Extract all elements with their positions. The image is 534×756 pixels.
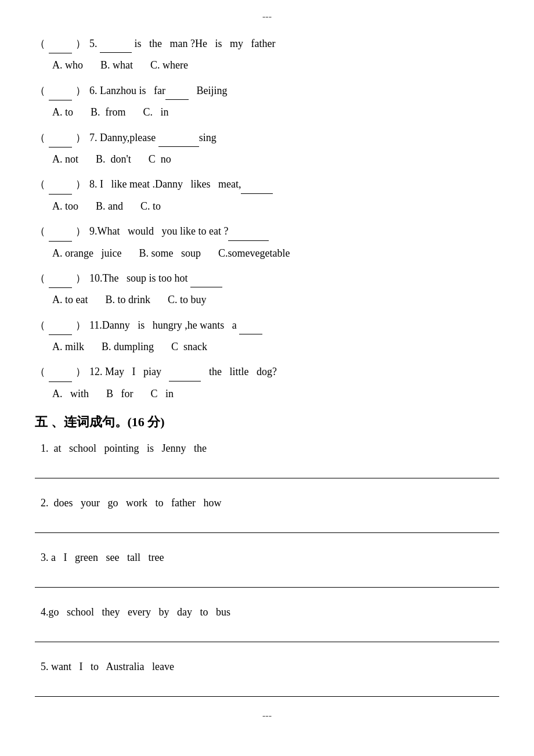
answer-blank-5 — [49, 34, 72, 53]
question-8: （ ） 8. I like meat .Danny likes meat, A.… — [35, 174, 499, 215]
question-10: （ ） 10.The soup is too hot A. to eat B. … — [35, 268, 499, 309]
options-5: A. who B. what C. where — [52, 56, 499, 74]
sentence-5: 5. want I to Australia leave — [35, 656, 499, 697]
sentence-1: 1. at school pointing is Jenny the — [35, 438, 499, 478]
sentence-4-words: 4.go school they every by day to bus — [41, 602, 499, 622]
answer-blank-12 — [49, 362, 72, 381]
question-6-line: （ ） 6. Lanzhou is far Beijing — [35, 81, 499, 100]
sentence-2-words: 2. does your go work to father how — [41, 492, 499, 513]
question-9: （ ） 9.What would you like to eat ? A. or… — [35, 221, 499, 262]
page-header: --- — [35, 12, 499, 22]
options-8: A. too B. and C. to — [52, 197, 499, 215]
answer-line-5 — [35, 681, 499, 697]
answer-blank-9 — [49, 222, 72, 241]
answer-line-4 — [35, 626, 499, 642]
question-12: （ ） 12. May I piay the little dog? A. wi… — [35, 362, 499, 403]
sentence-2: 2. does your go work to father how — [35, 492, 499, 533]
answer-blank-6 — [49, 81, 72, 100]
options-11: A. milk B. dumpling C snack — [52, 337, 499, 356]
sentence-1-words: 1. at school pointing is Jenny the — [41, 438, 499, 459]
answer-line-1 — [35, 462, 499, 478]
sentence-3: 3. a I green see tall tree — [35, 547, 499, 588]
options-6: A. to B. from C. in — [52, 103, 499, 121]
answer-line-3 — [35, 571, 499, 588]
question-7: （ ） 7. Danny,please sing A. not B. don't… — [35, 128, 499, 169]
options-7: A. not B. don't C no — [52, 150, 499, 168]
questions-section: （ ） 5. is the man ?He is my father A. wh… — [35, 34, 499, 403]
question-11-line: （ ） 11.Danny is hungry ,he wants a — [35, 315, 499, 335]
answer-blank-7 — [49, 128, 72, 147]
page-footer: --- — [35, 711, 499, 721]
section-five-title: 五 、连词成句。(16 分) — [35, 413, 499, 431]
options-9: A. orange juice B. some soup C.someveget… — [52, 244, 499, 262]
answer-blank-11 — [49, 316, 72, 335]
question-9-line: （ ） 9.What would you like to eat ? — [35, 221, 499, 241]
options-12: A. with B for C in — [52, 384, 499, 403]
bracket-open: （ — [35, 34, 45, 53]
question-11: （ ） 11.Danny is hungry ,he wants a A. mi… — [35, 315, 499, 357]
question-8-line: （ ） 8. I like meat .Danny likes meat, — [35, 174, 499, 194]
section-five: 五 、连词成句。(16 分) 1. at school pointing is … — [35, 413, 499, 697]
options-10: A. to eat B. to drink C. to buy — [52, 290, 499, 309]
question-10-line: （ ） 10.The soup is too hot — [35, 268, 499, 288]
answer-line-2 — [35, 517, 499, 533]
sentence-4: 4.go school they every by day to bus — [35, 602, 499, 642]
question-5: （ ） 5. is the man ?He is my father A. wh… — [35, 34, 499, 75]
question-12-line: （ ） 12. May I piay the little dog? — [35, 362, 499, 381]
question-7-line: （ ） 7. Danny,please sing — [35, 128, 499, 147]
question-5-line: （ ） 5. is the man ?He is my father — [35, 34, 499, 53]
answer-blank-8 — [49, 175, 72, 194]
question-6: （ ） 6. Lanzhou is far Beijing A. to B. f… — [35, 81, 499, 122]
sentence-5-words: 5. want I to Australia leave — [41, 656, 499, 677]
answer-blank-10 — [49, 269, 72, 288]
bracket-close: ） — [75, 34, 86, 53]
sentence-3-words: 3. a I green see tall tree — [41, 547, 499, 568]
